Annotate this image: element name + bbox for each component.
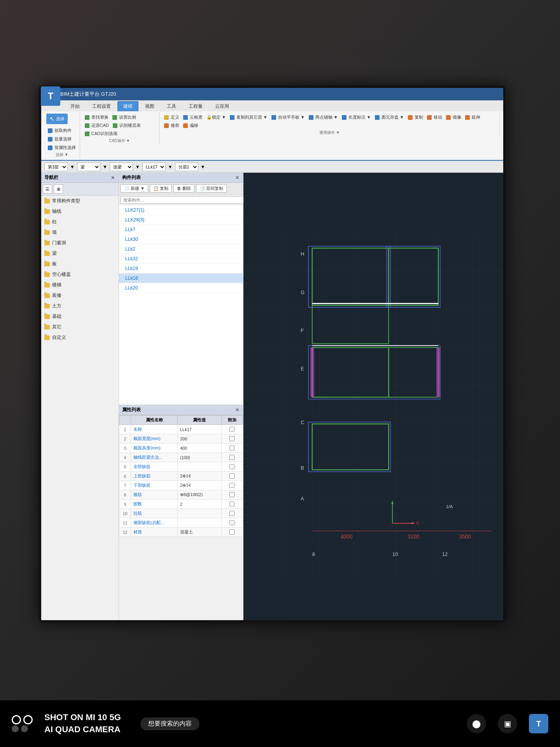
component-search-input[interactable] [121,196,245,204]
prop-checkbox[interactable] [229,427,234,432]
component-item-llk7[interactable]: LLk7 [119,225,243,235]
tab-start[interactable]: 开始 [65,101,86,111]
tab-cloud[interactable]: 云应用 [209,101,235,111]
prop-checkbox[interactable] [229,511,234,516]
btn-two-point-axis[interactable]: 两点辅轴 ▼ [307,114,340,121]
prop-value-cell[interactable]: 400 [178,444,222,453]
prop-checkbox-cell[interactable] [221,472,243,481]
btn-restore-cad[interactable]: 还原CAD [83,122,110,129]
component-item-llk27[interactable]: LLK27(1) [119,205,243,215]
sidebar-item-decoration[interactable]: 装修 [41,290,119,301]
tab-view[interactable]: 视图 [139,101,160,111]
tab-settings[interactable]: 工程设置 [86,101,117,111]
phone-app-icon[interactable]: T [529,714,548,733]
btn-move[interactable]: 移动 [425,114,444,121]
btn-offset[interactable]: 偏移 [182,122,200,129]
tab-quantity[interactable]: 工程量 [183,101,208,111]
prop-value-cell[interactable] [178,462,222,472]
btn-auto-align[interactable]: 自动平齐板 ▼ [270,114,306,121]
btn-cloud-check[interactable]: 云检查 [182,114,204,121]
cad-view[interactable]: 4000 3100 3500 H G F E C B A 8 10 12 1/A [243,173,503,622]
component-item-llk18[interactable]: LLk18 [119,274,243,283]
prop-checkbox[interactable] [229,492,234,497]
btn-find-replace[interactable]: 查找替换 [83,114,110,121]
btn-copy-to-floor[interactable]: 复制到其它层 ▼ [228,114,269,121]
prop-checkbox-cell[interactable] [221,425,243,434]
btn-define[interactable]: 定义 [163,114,181,121]
btn-cad-recog-opts[interactable]: CAD识别选项 [83,130,119,137]
element-select[interactable]: LLk17 [142,163,166,171]
sidebar-close-btn[interactable]: ✕ [110,175,116,181]
sidebar-item-axis[interactable]: 轴线 [41,206,119,217]
component-item-llk30[interactable]: LLk30 [119,235,243,244]
component-item-llk28[interactable]: LLK28(3) [119,215,243,225]
prop-checkbox-cell[interactable] [221,518,243,528]
prop-checkbox-cell[interactable] [221,500,243,509]
prop-value-cell[interactable] [178,509,222,518]
sidebar-item-door-window[interactable]: 门窗洞 [41,238,119,248]
search-bar[interactable]: 想要搜索的内容 [140,717,200,730]
prop-value-cell[interactable]: 2⊕14 [178,472,222,481]
sidebar-item-beam[interactable]: 梁 [41,248,119,259]
sidebar-item-earthwork[interactable]: 土方 [41,301,119,311]
tab-tools[interactable]: 工具 [161,101,182,111]
prop-checkbox-cell[interactable] [221,528,243,537]
sidebar-item-column[interactable]: 柱 [41,217,119,227]
prop-checkbox-cell[interactable] [221,444,243,453]
prop-value-cell[interactable]: ⊕8@100(2) [178,490,222,500]
prop-value-cell[interactable] [178,518,222,528]
prop-checkbox[interactable] [229,483,234,488]
component-item-llk32[interactable]: LLk32 [119,254,243,264]
prop-checkbox[interactable] [229,473,234,479]
sidebar-item-stairs[interactable]: 楼梯 [41,280,119,290]
btn-set-scale[interactable]: 设置比例 [111,114,138,121]
btn-trim[interactable]: 修剪 [163,122,181,129]
btn-pick-element[interactable]: 拾取构件 [46,127,73,134]
phone-home-btn[interactable]: ⬤ [467,714,486,733]
prop-checkbox[interactable] [229,530,234,535]
prop-checkbox-cell[interactable] [221,509,243,518]
component-item-llk20[interactable]: LLk20 [119,283,243,293]
select-main-btn[interactable]: ↖选择 [46,114,68,124]
prop-value-cell[interactable]: 200 [178,434,222,444]
prop-checkbox-cell[interactable] [221,490,243,500]
prop-checkbox-cell[interactable] [221,434,243,444]
prop-checkbox[interactable] [229,436,234,441]
prop-value-cell[interactable]: 2⊕14 [178,481,222,490]
app-logo[interactable]: T [41,86,60,106]
sidebar-item-common[interactable]: 常用构件类型 [41,196,119,206]
sidebar-item-other[interactable]: 其它 [41,322,119,332]
prop-checkbox[interactable] [229,464,234,469]
btn-copy-component[interactable]: 📋 复制 [150,184,172,193]
component-list-close[interactable]: ✕ [234,175,240,181]
phone-square-btn[interactable]: ▣ [498,714,517,733]
btn-batch-select[interactable]: 批量选择 [46,135,73,143]
prop-value-cell[interactable]: (100) [178,453,222,462]
btn-element-save[interactable]: 图元存盘 ▼ [373,114,406,121]
sidebar-list-view-btn[interactable]: ☰ [43,184,52,194]
tab-modeling[interactable]: 建模 [117,101,138,111]
component-item-llk2[interactable]: LLk2 [119,244,243,254]
prop-checkbox[interactable] [229,502,234,507]
btn-lock[interactable]: 🔒锁定 ▼ [205,114,228,121]
btn-copy[interactable]: 复制 [406,114,425,121]
btn-extend[interactable]: 延伸 [464,114,482,121]
sidebar-item-foundation[interactable]: 基础 [41,311,119,322]
prop-checkbox-cell[interactable] [221,453,243,462]
prop-checkbox-cell[interactable] [221,481,243,490]
sidebar-item-custom[interactable]: 自定义 [41,332,119,343]
btn-recog-floor[interactable]: 识别楼层表 [111,122,142,129]
sidebar-item-hollow-floor[interactable]: 空心楼盖 [41,269,119,280]
prop-checkbox[interactable] [229,445,234,451]
sublayer-select[interactable]: 分层1 [175,163,198,171]
btn-attr-select[interactable]: 按属性选择 [46,144,77,151]
sidebar-grid-view-btn[interactable]: ⊞ [54,184,63,194]
layer-select[interactable]: 第3层 [44,163,68,171]
btn-new-component[interactable]: 📄 新建 ▼ [121,184,148,193]
sidebar-item-wall[interactable]: 墙 [41,227,119,238]
prop-checkbox[interactable] [229,520,234,525]
prop-checkbox[interactable] [229,455,234,460]
type-select[interactable]: 连梁 [110,163,133,171]
btn-length-mark[interactable]: 长度标注 ▼ [340,114,373,121]
btn-delete-component[interactable]: 🗑 删除 [173,184,194,193]
